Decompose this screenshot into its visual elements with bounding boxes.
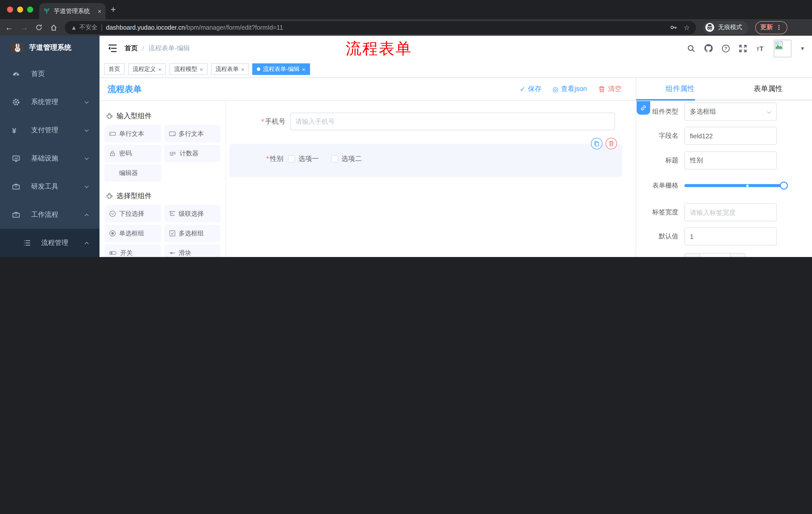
- hamburger-icon[interactable]: [108, 44, 118, 53]
- save-button[interactable]: ✓ 保存: [520, 84, 542, 93]
- dropdown-icon: [109, 210, 116, 217]
- slider-handle[interactable]: [780, 182, 788, 190]
- browser-menu-dots-icon[interactable]: ⋮: [776, 24, 782, 31]
- clear-button[interactable]: 清空: [598, 84, 621, 93]
- gear-icon: [12, 98, 20, 106]
- link-icon: [640, 104, 647, 112]
- checkbox-option1[interactable]: [288, 155, 295, 162]
- palette-item-checkbox-group[interactable]: 多选框组: [164, 225, 221, 242]
- palette-item-multi-text[interactable]: 多行文本: [164, 125, 221, 142]
- sidebar-item-system[interactable]: 系统管理: [0, 88, 99, 116]
- dashboard-icon: [12, 70, 20, 78]
- font-size-icon[interactable]: [756, 44, 765, 52]
- back-icon[interactable]: ←: [5, 23, 13, 31]
- palette-item-editor[interactable]: 编辑器: [105, 164, 161, 182]
- default-value-input[interactable]: [685, 227, 777, 245]
- min-select-stepper[interactable]: − 至少应选 +: [685, 253, 746, 257]
- builder-title: 流程表单: [108, 83, 142, 95]
- sidebar-logo[interactable]: 芋道管理系统: [0, 36, 99, 60]
- view-json-button[interactable]: ◎ 查看json: [552, 84, 587, 93]
- browser-tab[interactable]: 芋道管理系统 ×: [39, 3, 106, 19]
- sidebar-item-workflow[interactable]: 工作流程: [0, 201, 99, 229]
- row-title: 标题: [636, 152, 812, 169]
- phone-input[interactable]: [290, 113, 615, 130]
- close-tag-icon[interactable]: ×: [200, 66, 203, 72]
- avatar-caret-icon[interactable]: ▼: [800, 46, 805, 51]
- url-text[interactable]: dashboard.yudao.iocoder.cn/bpm/manager/f…: [106, 24, 666, 31]
- bookmark-star-icon[interactable]: ☆: [684, 23, 690, 31]
- navbar-actions: ▼: [687, 39, 812, 57]
- palette-item-counter[interactable]: 计数器: [164, 145, 221, 162]
- grid-slider[interactable]: [685, 177, 784, 195]
- copy-component-button[interactable]: [591, 138, 603, 150]
- field-name-input[interactable]: [685, 127, 777, 145]
- sidebar-submenu: 流程管理 流程表单 用户分组 流程模型 任务管理 请假: [0, 229, 99, 257]
- tag-home[interactable]: 首页: [104, 63, 125, 75]
- drawer-link-handle[interactable]: [637, 101, 650, 115]
- switch-icon: [109, 249, 117, 256]
- yen-icon: ¥: [12, 126, 20, 135]
- close-window-button[interactable]: [7, 6, 13, 12]
- minus-button[interactable]: −: [685, 253, 700, 257]
- home-icon[interactable]: [50, 23, 58, 31]
- palette-group-title: 输入型组件: [106, 112, 221, 121]
- tag-process-definition[interactable]: 流程定义×: [128, 63, 166, 75]
- tag-process-form[interactable]: 流程表单×: [211, 63, 249, 75]
- minimize-window-button[interactable]: [17, 6, 23, 12]
- sidebar-item-devtools[interactable]: 研发工具: [0, 172, 99, 201]
- copy-icon: [593, 140, 600, 147]
- palette-item-switch[interactable]: 开关: [105, 244, 161, 257]
- tree-list-icon: [23, 239, 31, 247]
- help-icon[interactable]: [722, 44, 730, 53]
- palette-item-slider[interactable]: 滑块: [164, 244, 221, 257]
- search-icon[interactable]: [687, 44, 695, 53]
- palette-item-password[interactable]: 密码: [105, 145, 161, 162]
- component-type-select[interactable]: [685, 103, 777, 121]
- forward-icon[interactable]: →: [20, 23, 28, 31]
- slider-icon: [169, 249, 176, 256]
- row-field-name: 字段名: [636, 127, 812, 145]
- maximize-window-button[interactable]: [27, 6, 33, 12]
- tab-form-props[interactable]: 表单属性: [724, 78, 812, 100]
- close-tab-icon[interactable]: ×: [98, 7, 102, 15]
- row-label-width: 标签宽度: [636, 203, 812, 221]
- close-tag-icon[interactable]: ×: [158, 66, 162, 72]
- tag-process-form-edit[interactable]: 流程表单-编辑×: [253, 63, 310, 75]
- palette-item-radio-group[interactable]: 单选框组: [105, 225, 161, 242]
- checkbox-option2[interactable]: [331, 155, 338, 162]
- palette-item-single-text[interactable]: 单行文本: [105, 125, 161, 142]
- fullscreen-icon[interactable]: [738, 44, 747, 53]
- sidebar-item-infra[interactable]: 基础设施: [0, 144, 99, 172]
- url-bar[interactable]: ▲ 不安全 dashboard.yudao.iocoder.cn/bpm/man…: [65, 21, 696, 34]
- check-icon: ✓: [520, 85, 525, 93]
- delete-component-button[interactable]: [606, 138, 617, 150]
- label-width-input[interactable]: [685, 203, 777, 221]
- tags-view-bar: 首页 流程定义× 流程模型× 流程表单× 流程表单-编辑×: [99, 61, 812, 78]
- window-controls[interactable]: [7, 6, 33, 12]
- password-key-icon[interactable]: [670, 24, 677, 31]
- close-tag-icon[interactable]: ×: [302, 66, 305, 72]
- close-tag-icon[interactable]: ×: [241, 66, 244, 72]
- sidebar-item-payment[interactable]: ¥ 支付管理: [0, 116, 99, 144]
- github-icon[interactable]: [704, 44, 713, 53]
- update-browser-button[interactable]: 更新 ⋮: [755, 21, 787, 34]
- favicon-plant-icon: [43, 7, 50, 15]
- tag-process-model[interactable]: 流程模型×: [170, 63, 207, 75]
- radio-icon: [109, 230, 116, 237]
- reload-icon[interactable]: [35, 24, 43, 31]
- palette-item-cascader[interactable]: 级联选择: [164, 205, 221, 222]
- sidebar-item-process-mgmt[interactable]: 流程管理: [0, 229, 99, 257]
- security-warning[interactable]: ▲ 不安全: [71, 23, 97, 32]
- breadcrumb-home[interactable]: 首页: [125, 44, 138, 53]
- plus-button[interactable]: +: [730, 253, 745, 257]
- sidebar-item-home[interactable]: 首页: [0, 60, 99, 88]
- avatar[interactable]: [774, 39, 791, 57]
- form-canvas[interactable]: *手机号 *性别 选项一 选项二: [226, 101, 636, 257]
- title-input[interactable]: [685, 152, 777, 169]
- canvas-field-gender-selected[interactable]: *性别 选项一 选项二: [229, 144, 622, 177]
- canvas-field-phone[interactable]: *手机号: [229, 113, 626, 130]
- component-palette: 输入型组件 单行文本 多行文本 密码 计数器 编辑器 选择型组件 下拉选择 级联…: [99, 101, 226, 257]
- new-tab-button[interactable]: +: [111, 5, 116, 14]
- tab-component-props[interactable]: 组件属性: [636, 78, 724, 100]
- palette-item-select[interactable]: 下拉选择: [105, 205, 161, 222]
